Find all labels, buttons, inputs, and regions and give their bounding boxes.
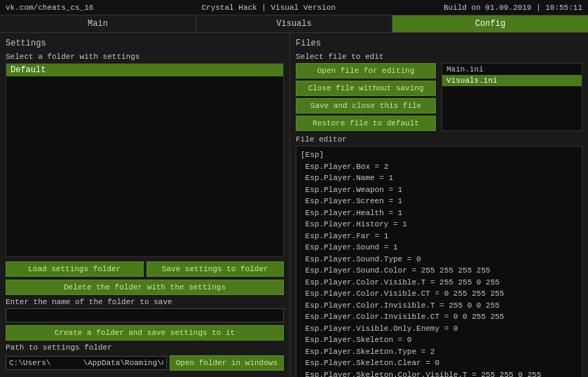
- left-panel: Settings Select a folder with settings D…: [0, 33, 290, 376]
- file-list: Main.ini Visuals.ini: [442, 63, 582, 131]
- delete-folder-button[interactable]: Delete the folder with the settings: [6, 280, 284, 295]
- title-bar: vk.com/cheats_cs_16 Crystal Hack | Visua…: [0, 0, 588, 15]
- nav-tabs: Main Visuals Config: [0, 15, 588, 33]
- title-right: Build on 01.09.2019 | 10:55:11: [444, 4, 582, 12]
- files-section-title: Files: [296, 39, 582, 48]
- file-item-visuals[interactable]: Visuals.ini: [442, 75, 582, 86]
- create-folder-button[interactable]: Create a folder and save settings to it: [6, 325, 284, 341]
- editor-line: [Esp]: [301, 149, 577, 161]
- files-row: Open file for editing Close file without…: [296, 63, 582, 131]
- path-input[interactable]: [6, 356, 167, 370]
- editor-line: Esp.Player.Color.Invisible.CT = 0 0 255 …: [301, 311, 577, 323]
- load-save-btn-row: Load settings folder Save settings to fo…: [6, 261, 284, 277]
- editor-line: Esp.Player.Skeleton.Type = 2: [301, 346, 577, 358]
- file-action-buttons: Open file for editing Close file without…: [296, 63, 436, 131]
- title-left: vk.com/cheats_cs_16: [6, 4, 93, 12]
- editor-title: File editor: [296, 135, 582, 144]
- save-close-file-button[interactable]: Save and close this file: [296, 98, 436, 114]
- close-file-button[interactable]: Close file without saving: [296, 81, 436, 96]
- load-settings-button[interactable]: Load settings folder: [6, 261, 144, 277]
- folder-select-label: Select a folder with settings: [6, 53, 284, 61]
- editor-line: Esp.Player.Health = 1: [301, 207, 577, 219]
- editor-line: Esp.Player.Sound.Type = 0: [301, 254, 577, 266]
- editor-line: Esp.Player.Skeleton = 0: [301, 334, 577, 346]
- file-select-label: Select file to edit: [296, 53, 582, 61]
- save-settings-button[interactable]: Save settings to folder: [146, 261, 285, 277]
- open-folder-button[interactable]: Open folder in windows: [170, 355, 284, 371]
- editor-line: Esp.Player.Sound = 1: [301, 242, 577, 254]
- editor-line: Esp.Player.Weapon = 1: [301, 184, 577, 196]
- editor-line: Esp.Player.Box = 2: [301, 161, 577, 173]
- editor-line: Esp.Player.Skeleton.Clear = 0: [301, 357, 577, 369]
- editor-line: Esp.Player.Color.Visible.CT = 0 255 255 …: [301, 288, 577, 300]
- editor-line: Esp.Player.Skeleton.Color.Visible.T = 25…: [301, 369, 577, 378]
- path-row: Open folder in windows: [6, 355, 284, 371]
- folder-item-default[interactable]: Default: [6, 64, 283, 76]
- open-file-button[interactable]: Open file for editing: [296, 63, 436, 78]
- main-content: Settings Select a folder with settings D…: [0, 33, 588, 376]
- folder-list: Default: [6, 63, 284, 257]
- editor-area[interactable]: [Esp] Esp.Player.Box = 2 Esp.Player.Name…: [296, 146, 582, 377]
- editor-line: Esp.Player.Screen = 1: [301, 196, 577, 207]
- tab-main[interactable]: Main: [0, 15, 196, 32]
- editor-line: Esp.Player.Visible.Only.Enemy = 0: [301, 323, 577, 335]
- editor-line: Esp.Player.History = 1: [301, 219, 577, 231]
- editor-line: Esp.Player.Far = 1: [301, 231, 577, 242]
- editor-line: Esp.Player.Sound.Color = 255 255 255 255: [301, 265, 577, 277]
- folder-name-input[interactable]: [6, 308, 284, 322]
- editor-line: Esp.Player.Name = 1: [301, 172, 577, 184]
- editor-line: Esp.Player.Color.Visible.T = 255 255 0 2…: [301, 277, 577, 289]
- restore-file-button[interactable]: Restore file to default: [296, 116, 436, 131]
- path-label: Path to settings folder: [6, 343, 284, 352]
- file-item-main[interactable]: Main.ini: [442, 64, 582, 75]
- file-editor-section: File editor [Esp] Esp.Player.Box = 2 Esp…: [296, 135, 582, 377]
- settings-section-title: Settings: [6, 39, 284, 48]
- tab-visuals[interactable]: Visuals: [196, 15, 392, 32]
- tab-config[interactable]: Config: [392, 15, 588, 32]
- editor-line: Esp.Player.Color.Invisible.T = 255 0 0 2…: [301, 300, 577, 312]
- right-panel: Files Select file to edit Open file for …: [290, 33, 588, 376]
- title-center: Crystal Hack | Visual Version: [201, 4, 335, 12]
- folder-name-label: Enter the name of the folder to save: [6, 298, 284, 306]
